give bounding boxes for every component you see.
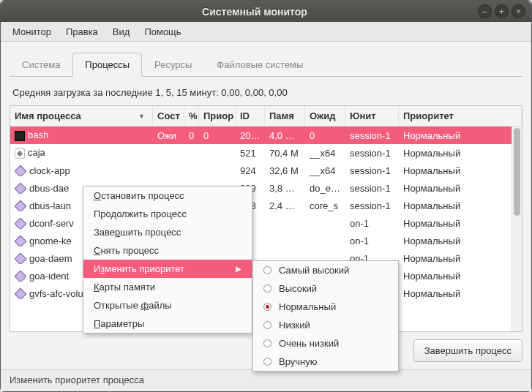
content-area: Система Процессы Ресурсы Файловые систем… xyxy=(1,42,531,369)
process-icon xyxy=(15,288,27,299)
priority-option[interactable]: Вручную xyxy=(253,353,398,371)
process-icon xyxy=(15,200,27,211)
menu-edit[interactable]: Правка xyxy=(59,23,105,40)
titlebar: Системный монитор – + × xyxy=(1,1,531,22)
cell-nice: 0 xyxy=(199,130,236,141)
cell-priority: Нормальный xyxy=(399,235,522,246)
col-header-name[interactable]: Имя процесса▼ xyxy=(10,106,153,126)
window-controls: – + × xyxy=(478,4,525,18)
vertical-scrollbar[interactable] xyxy=(512,127,522,331)
priority-label: Высокий xyxy=(279,283,317,294)
menu-help[interactable]: Помощь xyxy=(137,23,188,40)
cell-unit: session-1 xyxy=(345,183,399,194)
priority-option[interactable]: Очень низкий xyxy=(253,334,398,353)
cell-wait: core_s xyxy=(305,200,345,211)
priority-option[interactable]: Самый высокий xyxy=(253,261,398,279)
table-row[interactable]: clock-app92432,6 М__x64session-1Нормальн… xyxy=(10,162,522,179)
table-row[interactable]: caja52170,4 М__x64session-1Нормальный xyxy=(10,144,522,162)
end-process-button[interactable]: Завершить процесс xyxy=(413,339,522,362)
process-name: goa-daem xyxy=(29,253,72,264)
radio-icon xyxy=(263,339,271,347)
cell-unit: session-1 xyxy=(345,165,399,176)
context-menu-item[interactable]: Изменить приоритет▶ xyxy=(83,260,252,278)
tab-resources[interactable]: Ресурсы xyxy=(142,53,204,77)
process-icon xyxy=(15,253,27,264)
process-icon xyxy=(15,271,27,282)
cell-id: 521 xyxy=(236,148,265,159)
cell-priority: Нормальный xyxy=(399,165,522,176)
table-row[interactable]: bashОжи0020724,0 МиБ0session-1Нормальный xyxy=(10,127,522,144)
cell-id: 924 xyxy=(236,165,265,176)
cell-unit: session-1 xyxy=(345,148,399,159)
cell-priority: Нормальный xyxy=(399,271,522,282)
priority-submenu: Самый высокийВысокийНормальныйНизкийОчен… xyxy=(252,260,399,372)
process-name: gnome-ke xyxy=(29,235,72,246)
radio-icon xyxy=(263,303,271,311)
context-menu-item[interactable]: Карты памяти xyxy=(83,278,252,296)
maximize-button[interactable]: + xyxy=(495,4,509,18)
col-header-priority[interactable]: Приоритет xyxy=(399,106,522,126)
priority-label: Самый высокий xyxy=(279,265,349,276)
tab-bar: Система Процессы Ресурсы Файловые систем… xyxy=(10,52,522,77)
table-header: Имя процесса▼ Сост % Приор ID Памя Ожид … xyxy=(10,106,522,127)
sort-indicator-icon: ▼ xyxy=(138,113,148,120)
col-header-nice[interactable]: Приор xyxy=(199,106,236,126)
col-header-mem[interactable]: Памя xyxy=(265,106,305,126)
minimize-button[interactable]: – xyxy=(478,4,492,18)
cell-wait: do_epo xyxy=(305,183,345,194)
process-name: dbus-dae xyxy=(29,183,69,194)
cell-mem: 32,6 М xyxy=(265,165,305,176)
col-header-state[interactable]: Сост xyxy=(153,106,184,126)
cell-priority: Нормальный xyxy=(399,183,522,194)
process-icon xyxy=(15,131,25,141)
process-icon xyxy=(15,165,27,176)
cell-mem: 4,0 МиБ xyxy=(265,130,305,141)
priority-label: Очень низкий xyxy=(279,338,339,349)
col-header-wait[interactable]: Ожид xyxy=(305,106,345,126)
process-name: goa-ident xyxy=(29,271,69,282)
process-name: caja xyxy=(28,147,45,158)
close-button[interactable]: × xyxy=(512,4,525,18)
load-average-text: Средняя загрузка за последние 1, 5, 15 м… xyxy=(10,77,522,105)
process-icon xyxy=(15,148,25,159)
process-name: dconf-serv xyxy=(29,218,74,229)
context-menu-item[interactable]: Параметры xyxy=(83,314,252,333)
cell-priority: Нормальный xyxy=(399,218,522,229)
cell-priority: Нормальный xyxy=(399,253,522,264)
process-name: dbus-laun xyxy=(29,200,71,211)
context-menu-item[interactable]: Открытые файлы xyxy=(83,296,252,314)
cell-mem: 70,4 М xyxy=(265,148,305,159)
tab-processes[interactable]: Процессы xyxy=(72,53,142,77)
priority-option[interactable]: Низкий xyxy=(253,316,398,334)
cell-wait: __x64 xyxy=(305,165,345,176)
cell-mem: 2,4 МиБ xyxy=(265,200,305,211)
priority-label: Низкий xyxy=(279,320,310,331)
context-menu-item[interactable]: Остановить процесс xyxy=(83,186,252,205)
tab-system[interactable]: Система xyxy=(10,53,72,77)
cell-wait: __x64 xyxy=(305,148,345,159)
scroll-thumb[interactable] xyxy=(514,128,520,216)
priority-option[interactable]: Высокий xyxy=(253,279,398,298)
context-menu-item[interactable]: Снять процесс xyxy=(83,241,252,260)
col-header-cpu[interactable]: % xyxy=(184,106,199,126)
cell-mem: 3,8 МиБ xyxy=(265,183,305,194)
window-title: Системный монитор xyxy=(31,6,478,18)
context-menu-item[interactable]: Продолжить процесс xyxy=(83,205,252,223)
context-menu-item[interactable]: Завершить процесс xyxy=(83,223,252,241)
status-bar: Изменить приоритет процесса xyxy=(1,369,531,391)
radio-icon xyxy=(263,358,271,366)
cell-unit: session-1 xyxy=(345,130,399,141)
cell-unit: session-1 xyxy=(345,200,399,211)
priority-option[interactable]: Нормальный xyxy=(253,298,398,316)
tab-filesystems[interactable]: Файловые системы xyxy=(204,53,315,77)
col-header-id[interactable]: ID xyxy=(236,106,265,126)
menu-view[interactable]: Вид xyxy=(105,23,138,40)
radio-icon xyxy=(263,321,271,329)
cell-priority: Нормальный xyxy=(399,200,522,211)
col-header-unit[interactable]: Юнит xyxy=(345,106,399,126)
cell-unit: on-1 xyxy=(345,235,399,246)
process-icon xyxy=(15,235,27,246)
process-name: clock-app xyxy=(29,165,70,176)
menu-monitor[interactable]: Монитор xyxy=(5,23,59,40)
cell-priority: Нормальный xyxy=(399,130,522,141)
